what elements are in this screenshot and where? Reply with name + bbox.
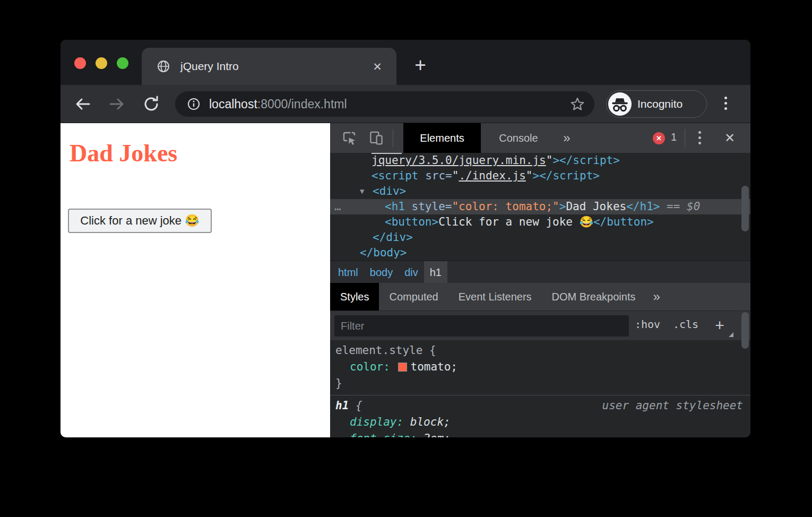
breadcrumb-item-h1[interactable]: h1 — [424, 261, 447, 283]
code-line[interactable]: ▼<div> — [330, 184, 750, 199]
stylesheet-origin: user agent stylesheet — [602, 398, 743, 414]
devtools-toolbar: Elements Console » ✕ 1 ✕ — [330, 123, 750, 153]
globe-favicon-icon — [157, 59, 170, 73]
devtools-tab-elements[interactable]: Elements — [403, 123, 481, 153]
expand-arrow-icon[interactable]: ▼ — [360, 184, 364, 199]
property-name: color: — [350, 360, 390, 373]
close-brace: } — [335, 375, 750, 392]
open-brace: { — [422, 344, 436, 357]
css-property-font-size[interactable]: font-size: 2em; — [335, 430, 750, 437]
url-bar[interactable]: localhost:8000/index.html — [175, 91, 594, 117]
url-text: localhost:8000/index.html — [209, 96, 347, 112]
css-rule-h1: user agent stylesheeth1 {display: block;… — [330, 395, 750, 437]
close-window-button[interactable] — [74, 57, 86, 69]
rule-selector-row[interactable]: element.style { — [335, 342, 750, 359]
device-toolbar-icon[interactable] — [368, 130, 384, 146]
styles-filter-bar: :hov .cls + — [330, 311, 750, 340]
dom-tree: jquery/3.5.0/jquery.min.js"></script><sc… — [330, 153, 750, 261]
minimize-window-button[interactable] — [96, 57, 107, 69]
error-count: 1 — [671, 131, 677, 143]
css-property-display[interactable]: display: block; — [335, 414, 750, 430]
code-line[interactable]: </body> — [330, 245, 750, 261]
tab-close-button[interactable]: ✕ — [369, 58, 386, 75]
code-line[interactable]: <script src="./index.js"></script> — [330, 168, 750, 184]
open-brace: { — [349, 399, 362, 412]
breadcrumb-item-body[interactable]: body — [364, 261, 399, 283]
more-styles-tabs-icon[interactable]: » — [645, 283, 667, 311]
inspect-element-icon[interactable] — [341, 130, 357, 146]
code-text: </div> — [373, 230, 413, 245]
color-swatch[interactable] — [398, 363, 407, 372]
code-text: <h1 style="color: tomato;">Dad Jokes</h1… — [385, 199, 700, 214]
more-tabs-icon[interactable]: » — [555, 123, 578, 153]
code-text: <button>Click for a new joke 😂</button> — [385, 214, 654, 230]
reload-button[interactable] — [142, 94, 161, 114]
code-text: <script src="./index.js"></script> — [372, 168, 600, 184]
code-line[interactable]: </div> — [330, 230, 750, 245]
code-line[interactable]: jquery/3.5.0/jquery.min.js"></script> — [330, 153, 750, 168]
url-path: :8000/index.html — [257, 97, 347, 111]
rule-selector: element.style — [335, 344, 422, 357]
styles-tab-styles[interactable]: Styles — [330, 283, 379, 311]
code-text: </body> — [360, 245, 407, 261]
browser-tab[interactable]: jQuery Intro ✕ — [142, 48, 396, 85]
styles-tab-event-listeners[interactable]: Event Listeners — [448, 283, 542, 311]
incognito-label: Incognito — [637, 98, 683, 110]
maximize-window-button[interactable] — [117, 57, 128, 69]
toolbar-separator — [685, 129, 685, 147]
devtools-tab-console[interactable]: Console — [488, 123, 549, 153]
styles-tab-dom-breakpoints[interactable]: DOM Breakpoints — [542, 283, 646, 311]
breadcrumb-item-div[interactable]: div — [399, 261, 424, 283]
browser-window: jQuery Intro ✕ + localhost:8000/index.ht… — [61, 40, 750, 437]
styles-scrollbar-thumb[interactable] — [741, 312, 749, 349]
tab-title: jQuery Intro — [180, 59, 239, 73]
error-badge-icon[interactable]: ✕ — [653, 132, 665, 144]
elements-scrollbar-thumb[interactable] — [741, 186, 749, 231]
devtools-menu-button[interactable] — [698, 131, 701, 144]
page-heading: Dad Jokes — [70, 139, 177, 167]
rule-selector-row[interactable]: user agent stylesheeth1 { — [335, 398, 750, 414]
new-style-rule-button[interactable]: + — [709, 315, 730, 337]
site-info-icon[interactable] — [187, 97, 201, 111]
new-tab-button[interactable]: + — [407, 53, 434, 80]
page-viewport: Dad Jokes Click for a new joke 😂 — [61, 123, 330, 437]
property-value: 2em; — [424, 432, 451, 437]
url-host: localhost — [209, 97, 257, 111]
window-content: Dad Jokes Click for a new joke 😂 Element… — [61, 123, 750, 437]
bookmark-star-icon[interactable] — [569, 96, 585, 112]
css-property-color[interactable]: color: tomato; — [335, 359, 750, 375]
breadcrumb: htmlbodydivh1 — [330, 261, 750, 283]
code-line[interactable]: …<h1 style="color: tomato;">Dad Jokes</h… — [330, 199, 750, 214]
styles-pane: element.style {color: tomato;}user agent… — [330, 340, 750, 437]
css-rule-element-style: element.style {color: tomato;} — [330, 340, 750, 395]
styles-tab-bar: StylesComputedEvent ListenersDOM Breakpo… — [330, 283, 750, 311]
browser-toolbar: localhost:8000/index.html Incognito — [61, 85, 750, 123]
toolbar-separator — [393, 129, 393, 147]
property-value: block; — [410, 416, 451, 428]
styles-filter-input[interactable] — [334, 315, 629, 337]
joke-button[interactable]: Click for a new joke 😂 — [68, 209, 212, 233]
code-text: <div> — [373, 184, 406, 199]
breadcrumb-item-html[interactable]: html — [332, 261, 364, 283]
devtools-close-button[interactable]: ✕ — [721, 130, 739, 147]
pseudo-state-toggle[interactable]: :hov — [635, 318, 660, 331]
back-button[interactable] — [73, 94, 92, 114]
property-name: display: — [350, 416, 403, 428]
devtools-panel: Elements Console » ✕ 1 ✕ jquery/3.5.0/jq… — [330, 123, 750, 437]
incognito-badge[interactable]: Incognito — [606, 90, 707, 118]
ellipsis-marker-icon: … — [334, 199, 341, 214]
rule-selector: h1 — [335, 399, 349, 412]
property-value: tomato; — [411, 360, 458, 373]
tab-strip: jQuery Intro ✕ + — [61, 40, 750, 85]
property-name: font-size: — [350, 432, 417, 437]
resize-corner-icon — [729, 332, 733, 337]
forward-button[interactable] — [107, 94, 126, 114]
browser-menu-button[interactable] — [724, 97, 727, 110]
code-line[interactable]: <button>Click for a new joke 😂</button> — [330, 214, 750, 230]
code-text: jquery/3.5.0/jquery.min.js"></script> — [372, 153, 620, 168]
incognito-icon — [608, 92, 632, 116]
element-classes-toggle[interactable]: .cls — [673, 318, 698, 331]
styles-tab-computed[interactable]: Computed — [379, 283, 448, 311]
